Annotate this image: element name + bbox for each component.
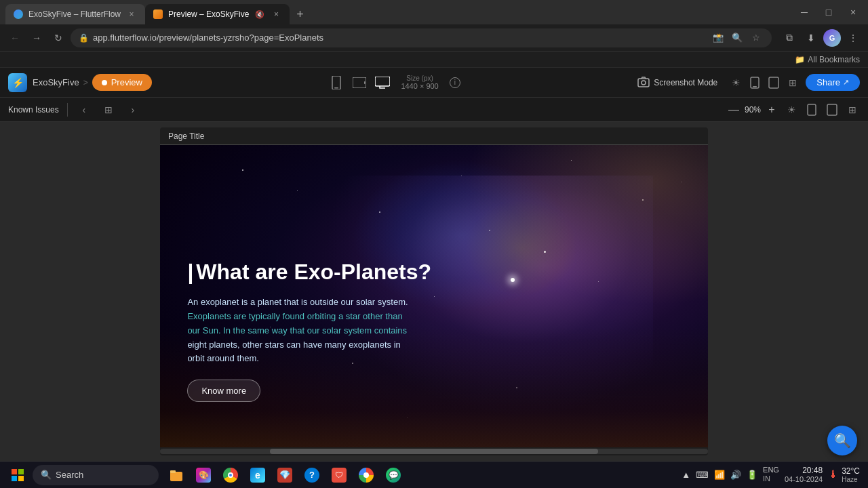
secondary-mobile-icon[interactable] [804,102,819,117]
zoom-out-button[interactable]: — [727,103,741,117]
paint-icon: 🎨 [196,468,211,483]
browser-frame: ExoSkyFive – FlutterFlow × Preview – Exo… [0,0,868,488]
share-arrow-icon: ↗ [843,78,849,87]
svg-rect-10 [808,104,816,115]
flutterflow-toolbar: ⚡ ExoSkyFive > Preview [0,68,868,98]
secondary-grid-icon[interactable]: ⊞ [845,102,860,117]
taskbar-app-diamond[interactable]: 💎 [273,463,297,487]
taskbar-app-chrome[interactable] [218,463,243,487]
new-tab-button[interactable]: + [290,4,310,24]
share-button[interactable]: Share ↗ [806,74,860,91]
search-fab-icon: 🔍 [834,432,851,449]
bookmark-star-icon[interactable]: ☆ [749,30,764,45]
svg-point-6 [642,81,646,85]
svg-rect-13 [18,469,24,474]
know-more-button[interactable]: Know more [187,380,260,402]
sun-icon[interactable]: ☀ [728,75,743,90]
mobile-small-icon[interactable] [329,75,344,90]
tab-close-1[interactable]: × [126,9,137,20]
up-arrow-icon[interactable]: ▲ [682,470,690,480]
desktop-icon[interactable] [375,75,390,90]
tablet-icon[interactable] [352,75,367,90]
address-bar[interactable]: 🔒 app.flutterflow.io/preview/planets-yzr… [71,28,772,47]
screenshot-mode-area: Screenshot Mode [637,77,717,89]
lock-icon: 🔒 [79,33,89,43]
taskbar-app-edge[interactable]: e [245,463,270,487]
share-label: Share [816,77,840,87]
tab-favicon-2 [153,9,163,19]
taskbar-app-file-explorer[interactable] [164,463,189,487]
volume-icon[interactable]: 🔊 [730,470,741,480]
secondary-tablet-icon[interactable] [825,102,840,117]
taskbar-app-paint[interactable]: 🎨 [191,463,216,487]
tab-exoskyfive[interactable]: ExoSkyFive – FlutterFlow × [5,4,145,24]
maximize-button[interactable]: □ [819,3,838,22]
language-display: ENG IN [763,466,779,483]
battery-icon[interactable]: 🔋 [747,470,757,480]
clock-display[interactable]: 20:48 04-10-2024 [785,466,823,485]
search-ext-icon[interactable]: 🔍 [730,30,745,45]
breadcrumb-project[interactable]: ExoSkyFive [33,77,79,87]
help-icon: ? [304,468,319,483]
minimize-button[interactable]: ─ [795,3,814,22]
svg-rect-4 [375,77,390,86]
start-button[interactable] [5,463,30,487]
download-icon[interactable]: ⬇ [802,28,821,47]
keyboard-icon[interactable]: ⌨ [696,470,709,480]
tab-preview[interactable]: Preview – ExoSkyFive 🔇 × [145,4,290,24]
tablet-view-icon[interactable] [766,75,781,90]
region-code: IN [763,474,779,483]
windows-logo [12,469,24,481]
zoom-in-button[interactable]: + [765,103,778,117]
taskbar-app-more[interactable]: 💬 [381,463,406,487]
taskbar-app-security[interactable]: 🛡 [327,463,351,487]
zoom-controls: — 90% + [727,103,778,117]
profile-button[interactable]: G [823,29,841,47]
close-button[interactable]: × [844,3,863,22]
grid-view-icon[interactable]: ⊞ [785,75,800,90]
tab-favicon-1 [14,9,23,19]
taskbar-search-icon: 🔍 [41,470,52,480]
mobile-view-icon[interactable] [747,75,762,90]
tab-close-2[interactable]: × [271,9,281,20]
taskbar-search-bar[interactable]: 🔍 Search [33,465,159,485]
forward-button[interactable]: → [27,28,46,47]
grid-layout-button[interactable]: ⊞ [100,102,117,118]
svg-rect-14 [12,476,17,481]
more-options-icon[interactable]: ⋮ [844,28,863,47]
bookmarks-folder-icon: 📁 [795,55,805,64]
back-button[interactable]: ← [5,28,24,47]
known-issues-label[interactable]: Known Issues [8,105,59,115]
page-title: Page Title [168,131,204,141]
refresh-button[interactable]: ↻ [49,28,68,47]
weather-widget[interactable]: 🌡 32°C Haze [828,466,860,483]
svg-rect-12 [12,469,17,474]
preview-label: Preview [111,77,142,87]
info-icon[interactable]: i [450,77,460,88]
taskbar-search-text: Search [56,470,83,480]
scrollbar-track[interactable] [160,449,708,454]
svg-rect-16 [170,472,182,481]
next-page-button[interactable]: › [125,102,141,118]
preview-canvas: |What are Exo-Planets? An exoplanet is a… [160,145,708,447]
main-content-area: Page Title [0,122,868,461]
search-fab-button[interactable]: 🔍 [827,426,857,455]
url-text: app.flutterflow.io/preview/planets-yzrsh… [93,33,707,43]
extension-icon[interactable]: ⧉ [780,28,799,47]
flutterflow-logo[interactable]: ⚡ [8,73,27,92]
taskbar-app-browser2[interactable] [354,463,378,487]
secondary-sun-icon[interactable]: ☀ [784,102,799,117]
svg-rect-1 [334,87,338,89]
weather-temperature: 32°C [842,466,860,476]
size-label: Size (px) [406,75,433,82]
prev-page-button[interactable]: ‹ [76,102,92,118]
preview-button[interactable]: Preview [92,74,152,91]
bookmarks-bar: 📁 All Bookmarks [0,52,868,68]
whatsapp-icon: 💬 [386,468,401,483]
wifi-icon[interactable]: 📶 [714,470,725,480]
tab-mute-icon[interactable]: 🔇 [254,9,265,20]
taskbar-app-help[interactable]: ? [300,463,324,487]
screenshot-ext-icon[interactable]: 📸 [711,30,726,45]
svg-rect-11 [827,104,837,115]
all-bookmarks-button[interactable]: 📁 All Bookmarks [795,55,860,64]
